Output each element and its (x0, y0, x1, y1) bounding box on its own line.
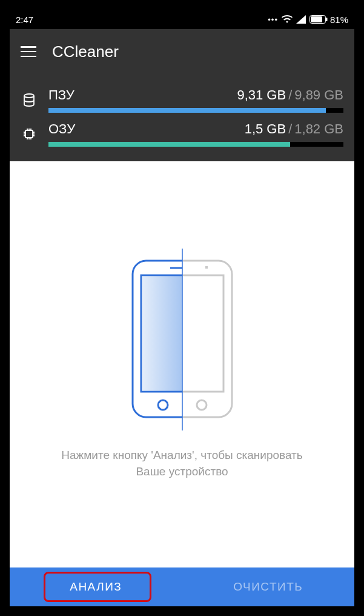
bottom-action-bar: АНАЛИЗ ОЧИСТИТЬ (10, 567, 354, 606)
storage-icon (21, 92, 38, 109)
status-time: 2:47 (16, 15, 33, 25)
hint-text: Нажмите кнопку 'Анализ', чтобы сканирова… (61, 447, 302, 480)
ram-used: 1,5 GB (245, 121, 286, 137)
svg-rect-4 (25, 130, 33, 138)
usage-panel: ПЗУ 9,31 GB / 9,89 GB (10, 74, 354, 161)
ram-bar (48, 142, 343, 147)
storage-text: ПЗУ 9,31 GB / 9,89 GB (48, 87, 343, 103)
ram-total: 1,82 GB (294, 121, 343, 137)
ram-body: ОЗУ 1,5 GB / 1,82 GB (48, 121, 343, 147)
ram-icon (21, 126, 38, 142)
app-title: CCleaner (52, 42, 119, 61)
ram-sep: / (286, 121, 294, 137)
storage-row[interactable]: ПЗУ 9,31 GB / 9,89 GB (21, 79, 343, 113)
storage-sep: / (286, 87, 294, 103)
ram-row[interactable]: ОЗУ 1,5 GB / 1,82 GB (21, 113, 343, 147)
storage-used: 9,31 GB (237, 87, 286, 103)
clean-button[interactable]: ОЧИСТИТЬ (182, 567, 355, 606)
storage-body: ПЗУ 9,31 GB / 9,89 GB (48, 87, 343, 113)
storage-label: ПЗУ (48, 87, 237, 103)
status-right: ••• 81% (268, 15, 348, 25)
svg-rect-6 (205, 266, 208, 269)
battery-percent: 81% (330, 15, 348, 25)
ram-bar-fill (48, 142, 290, 147)
hint-line-1: Нажмите кнопку 'Анализ', чтобы сканирова… (61, 447, 302, 464)
more-icon: ••• (268, 15, 278, 24)
ram-label: ОЗУ (48, 121, 245, 137)
device-frame: 2:47 ••• (0, 0, 364, 616)
main-content: Нажмите кнопку 'Анализ', чтобы сканирова… (10, 161, 354, 567)
cellular-icon (296, 15, 306, 24)
app-toolbar: CCleaner (10, 29, 354, 74)
screen: 2:47 ••• (10, 10, 354, 606)
storage-total: 9,89 GB (294, 87, 343, 103)
ram-text: ОЗУ 1,5 GB / 1,82 GB (48, 121, 343, 137)
storage-bar-fill (48, 108, 326, 113)
hint-line-2: Ваше устройство (61, 464, 302, 480)
battery-icon (309, 15, 328, 24)
svg-rect-2 (326, 18, 328, 21)
wifi-icon (282, 15, 293, 24)
menu-icon[interactable] (21, 46, 36, 57)
svg-point-7 (158, 400, 168, 410)
svg-point-3 (24, 94, 34, 98)
storage-bar (48, 108, 343, 113)
battery-indicator: 81% (309, 15, 348, 25)
phone-illustration (104, 249, 261, 430)
svg-rect-8 (142, 276, 182, 391)
analyze-button[interactable]: АНАЛИЗ (10, 567, 182, 606)
status-bar: 2:47 ••• (10, 10, 354, 29)
svg-point-5 (197, 400, 207, 410)
svg-rect-1 (311, 16, 322, 22)
